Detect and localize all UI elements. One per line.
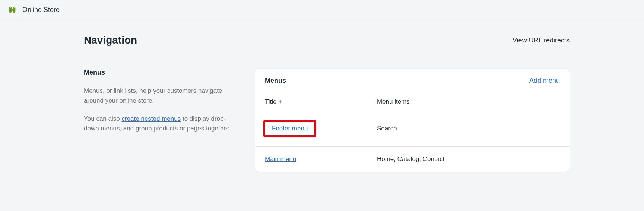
page-title: Navigation bbox=[84, 34, 137, 46]
sidebar-heading: Menus bbox=[84, 69, 240, 76]
column-title-label: Title bbox=[265, 98, 277, 106]
view-url-redirects-link[interactable]: View URL redirects bbox=[513, 37, 570, 44]
menus-sidebar: Menus Menus, or link lists, help your cu… bbox=[84, 69, 240, 172]
card-heading: Menus bbox=[265, 77, 286, 85]
table-row: Footer menu Search bbox=[255, 111, 570, 147]
column-header-menu-items: Menu items bbox=[377, 98, 560, 106]
footer-menu-link[interactable]: Footer menu bbox=[272, 125, 308, 132]
row-title-cell: Footer menu bbox=[265, 120, 377, 137]
svg-point-4 bbox=[14, 7, 15, 8]
card-header: Menus Add menu bbox=[255, 69, 570, 93]
sidebar-description-1: Menus, or link lists, help your customer… bbox=[84, 86, 240, 106]
row-items-cell: Home, Catalog, Contact bbox=[377, 155, 560, 163]
top-bar: Online Store bbox=[0, 0, 644, 19]
svg-point-3 bbox=[10, 7, 11, 8]
menus-card: Menus Add menu Title ▲▼ Menu items Foote… bbox=[255, 69, 570, 172]
top-bar-title: Online Store bbox=[22, 6, 60, 14]
page-header: Navigation View URL redirects bbox=[84, 34, 570, 46]
table-header-row: Title ▲▼ Menu items bbox=[255, 93, 570, 111]
main-menu-link[interactable]: Main menu bbox=[265, 155, 296, 163]
row-title-cell: Main menu bbox=[265, 155, 377, 163]
sidebar-description-2: You can also create nested menus to disp… bbox=[84, 114, 240, 134]
highlight-box: Footer menu bbox=[263, 120, 316, 137]
page-content: Navigation View URL redirects Menus Menu… bbox=[0, 19, 644, 187]
svg-rect-2 bbox=[9, 9, 16, 11]
create-nested-menus-link[interactable]: create nested menus bbox=[121, 115, 181, 122]
add-menu-link[interactable]: Add menu bbox=[529, 77, 560, 85]
column-header-title[interactable]: Title ▲▼ bbox=[265, 98, 377, 106]
layout: Menus Menus, or link lists, help your cu… bbox=[84, 69, 570, 172]
row-items-cell: Search bbox=[377, 125, 560, 132]
store-logo-icon bbox=[8, 6, 16, 14]
table-row: Main menu Home, Catalog, Contact bbox=[255, 147, 570, 172]
sidebar-para2-pre: You can also bbox=[84, 115, 121, 122]
sort-icon[interactable]: ▲▼ bbox=[279, 100, 282, 104]
